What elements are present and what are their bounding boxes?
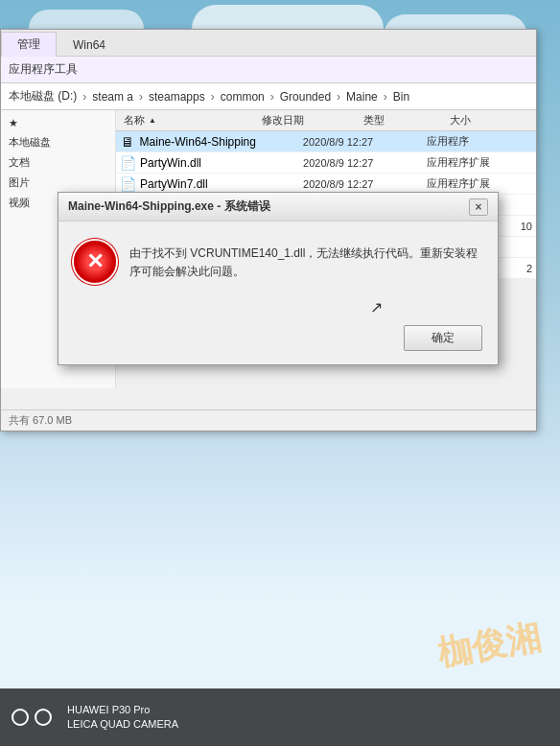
camera-circle-2 xyxy=(35,709,52,726)
breadcrumb-sep-4: › xyxy=(337,90,340,104)
sidebar-item-documents[interactable]: 文档 xyxy=(1,152,115,173)
file-type-1: 应用程序扩展 xyxy=(427,155,532,170)
breadcrumb-sep-0: › xyxy=(82,90,86,104)
file-icon-1: 📄 xyxy=(120,154,136,172)
file-name-2: PartyWin7.dll xyxy=(140,177,303,191)
file-date-1: 2020/8/9 12:27 xyxy=(303,157,427,169)
taskbar: HUAWEI P30 Pro LEICA QUAD CAMERA xyxy=(0,688,560,746)
tab-manage[interactable]: 管理 xyxy=(1,32,57,57)
breadcrumb-sep-5: › xyxy=(384,90,387,104)
breadcrumb-sep-1: › xyxy=(139,90,143,104)
breadcrumb-part-3[interactable]: common xyxy=(221,90,265,104)
dialog-message-text: 由于找不到 VCRUNTIME140_1.dll，无法继续执行代码。重新安装程序… xyxy=(129,241,482,281)
breadcrumb-part-1[interactable]: steam a xyxy=(92,90,133,104)
status-bar: 共有 67.0 MB xyxy=(1,409,536,431)
sort-arrow-name: ▲ xyxy=(149,116,156,125)
file-icon-0: 🖥 xyxy=(120,133,136,151)
dialog-content: ✕ 由于找不到 VCRUNTIME140_1.dll，无法继续执行代码。重新安装… xyxy=(58,221,498,298)
error-icon: ✕ xyxy=(74,241,116,283)
col-header-name[interactable]: 名称 ▲ xyxy=(116,112,262,128)
ok-button[interactable]: 确定 xyxy=(404,325,482,351)
col-header-date[interactable]: 修改日期 xyxy=(262,112,362,128)
dialog-buttons: 确定 xyxy=(58,317,498,364)
camera-circles xyxy=(12,709,52,726)
status-text: 共有 67.0 MB xyxy=(9,413,72,428)
file-type-2: 应用程序扩展 xyxy=(427,176,532,191)
camera-circle-1 xyxy=(12,709,29,726)
breadcrumb-part-0[interactable]: 本地磁盘 (D:) xyxy=(9,88,77,105)
breadcrumb-part-2[interactable]: steamapps xyxy=(149,90,205,104)
breadcrumb-part-6[interactable]: Bin xyxy=(393,90,409,104)
error-dialog: Maine-Win64-Shipping.exe - 系统错误 × ✕ 由于找不… xyxy=(58,192,499,365)
file-date-2: 2020/8/9 12:27 xyxy=(303,178,427,190)
error-x-symbol: ✕ xyxy=(86,251,104,272)
sidebar-item-favorites[interactable]: ★ xyxy=(1,114,115,132)
breadcrumb-part-5[interactable]: Maine xyxy=(346,90,378,104)
taskbar-device-info: HUAWEI P30 Pro LEICA QUAD CAMERA xyxy=(67,703,178,733)
dialog-close-button[interactable]: × xyxy=(469,198,488,216)
file-date-0: 2020/8/9 12:27 xyxy=(303,136,427,148)
address-bar[interactable]: 本地磁盘 (D:) › steam a › steamapps › common… xyxy=(1,83,536,110)
file-row-1[interactable]: 📄 PartyWin.dll 2020/8/9 12:27 应用程序扩展 xyxy=(116,152,536,174)
file-size-4: 10 xyxy=(521,221,532,232)
device-name: HUAWEI P30 Pro xyxy=(67,703,178,717)
cursor-area: ↗ xyxy=(58,298,498,317)
ribbon-label: 应用程序工具 xyxy=(9,61,78,78)
file-row-0[interactable]: 🖥 Maine-Win64-Shipping 2020/8/9 12:27 应用… xyxy=(116,131,536,152)
col-header-type[interactable]: 类型 xyxy=(363,112,450,128)
file-icon-2: 📄 xyxy=(120,175,136,193)
breadcrumb: 本地磁盘 (D:) › steam a › steamapps › common… xyxy=(9,88,409,105)
camera-name: LEICA QUAD CAMERA xyxy=(67,717,178,732)
sidebar-item-local[interactable]: 本地磁盘 xyxy=(1,132,115,152)
dialog-title-text: Maine-Win64-Shipping.exe - 系统错误 xyxy=(68,198,270,215)
mouse-cursor-indicator: ↗ xyxy=(370,298,383,316)
file-name-0: Maine-Win64-Shipping xyxy=(140,135,303,149)
file-size-6: 2 xyxy=(526,263,532,274)
dialog-title-bar: Maine-Win64-Shipping.exe - 系统错误 × xyxy=(58,193,498,221)
breadcrumb-part-4[interactable]: Grounded xyxy=(280,90,331,104)
ribbon-tabs: 管理 Win64 xyxy=(1,30,536,57)
breadcrumb-sep-2: › xyxy=(211,90,215,104)
breadcrumb-sep-3: › xyxy=(270,90,274,104)
tab-win64[interactable]: Win64 xyxy=(57,34,122,56)
file-name-1: PartyWin.dll xyxy=(140,156,303,170)
column-headers: 名称 ▲ 修改日期 类型 大小 xyxy=(116,110,536,131)
ribbon-bar: 应用程序工具 xyxy=(1,57,536,83)
col-header-size[interactable]: 大小 xyxy=(450,112,536,128)
file-type-0: 应用程序 xyxy=(427,134,532,149)
sidebar-item-pictures[interactable]: 图片 xyxy=(1,173,115,193)
